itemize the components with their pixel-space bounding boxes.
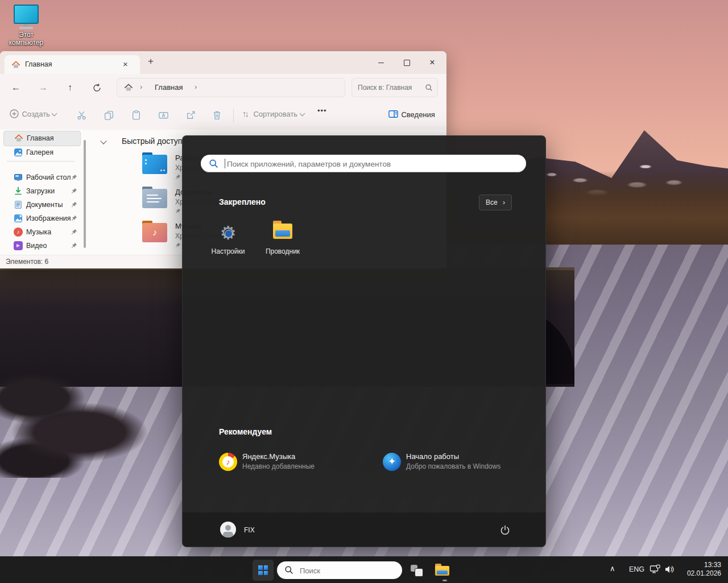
recommended-title: Начало работы — [406, 452, 459, 461]
chevron-down-icon — [52, 111, 57, 117]
sidebar-label: Видео — [26, 242, 47, 250]
delete-icon[interactable] — [212, 110, 222, 121]
search-icon — [284, 565, 293, 574]
user-name[interactable]: FIX — [244, 526, 255, 534]
breadcrumb-location[interactable]: Главная — [155, 83, 183, 92]
explorer-search-box[interactable] — [351, 78, 438, 97]
monitor-icon — [14, 5, 39, 24]
pin-icon — [71, 201, 77, 208]
start-search-box[interactable] — [201, 155, 526, 172]
start-button[interactable] — [253, 560, 274, 581]
close-button[interactable]: × — [423, 56, 442, 69]
pin-icon — [71, 215, 77, 221]
new-tab-button[interactable]: + — [148, 56, 154, 67]
file-explorer-icon — [273, 224, 292, 243]
explorer-command-bar: Создать ↑↓ Сорт — [0, 101, 446, 130]
get-started-icon: ✦ — [383, 453, 401, 471]
forward-icon[interactable]: → — [36, 81, 50, 94]
clock[interactable]: 13:33 02.01.2026 — [678, 561, 721, 578]
home-icon — [124, 83, 133, 92]
sidebar-item-desktop[interactable]: Рабочий стол — [3, 171, 80, 185]
pinned-app-settings[interactable]: ⚙ Настройки — [201, 220, 255, 267]
breadcrumb-chevron: › — [140, 82, 142, 91]
power-icon[interactable] — [500, 525, 510, 535]
volume-icon[interactable] — [664, 564, 676, 574]
cut-icon[interactable] — [76, 110, 87, 121]
breadcrumb-chevron-tail: › — [195, 82, 197, 91]
recommended-item-yandex-music[interactable]: ♪ Яндекс.Музыка Недавно добавленные — [210, 449, 369, 478]
chevron-down-icon — [299, 111, 305, 117]
details-toggle[interactable]: Сведения — [388, 109, 435, 119]
start-search-input[interactable] — [226, 157, 518, 171]
network-icon[interactable] — [650, 564, 661, 574]
desktop-icon — [14, 173, 23, 182]
sidebar-scrollbar[interactable] — [84, 140, 86, 248]
taskbar-search-box[interactable] — [277, 561, 402, 579]
monitor-base — [19, 27, 33, 29]
plus-circle-icon — [9, 109, 19, 119]
recommended-subtitle: Добро пожаловать в Windows — [406, 462, 500, 470]
sidebar-item-downloads[interactable]: Загрузки — [3, 184, 80, 199]
share-icon[interactable] — [185, 110, 196, 121]
up-icon[interactable]: ↑ — [63, 81, 77, 94]
create-button[interactable]: Создать — [9, 109, 56, 119]
copy-icon[interactable] — [104, 110, 114, 121]
explorer-tab-home[interactable]: Главная × — [5, 55, 140, 74]
recommended-item-get-started[interactable]: ✦ Начало работы Добро пожаловать в Windo… — [374, 449, 533, 478]
language-indicator[interactable]: ENG — [629, 565, 644, 573]
taskbar-file-explorer-button[interactable] — [432, 561, 452, 580]
quick-access-header[interactable]: Быстрый доступ — [101, 137, 106, 147]
paste-icon[interactable] — [131, 110, 142, 121]
search-icon — [209, 159, 218, 168]
recommended-title: Яндекс.Музыка — [242, 452, 295, 461]
user-avatar[interactable] — [220, 522, 236, 537]
item-count: Элементов: 6 — [6, 258, 48, 266]
sidebar-label: Рабочий стол — [26, 173, 71, 181]
sidebar-label: Галерея — [26, 148, 53, 156]
sort-button[interactable]: ↑↓ Сортировать — [242, 109, 304, 119]
tray-time: 13:33 — [678, 561, 721, 569]
file-explorer-icon — [435, 566, 449, 576]
pinned-app-explorer[interactable]: Проводник — [255, 220, 310, 267]
back-icon[interactable]: ← — [9, 81, 23, 94]
sidebar-label: Загрузки — [26, 187, 55, 195]
taskbar-search-input[interactable] — [299, 564, 392, 577]
refresh-icon[interactable] — [92, 83, 102, 93]
sidebar-item-home[interactable]: Главная — [3, 131, 81, 146]
explorer-running-indicator — [442, 580, 447, 581]
rename-icon[interactable] — [158, 110, 169, 121]
text-caret — [225, 159, 225, 168]
sort-label: Сортировать — [253, 110, 297, 118]
task-view-button[interactable] — [407, 561, 427, 580]
explorer-navigation-bar: ← → ↑ › Главная › — [0, 74, 446, 102]
pin-icon — [71, 188, 77, 194]
folder-icon-desktop — [142, 155, 167, 174]
sidebar-label: Музыка — [26, 228, 51, 236]
minimize-button[interactable] — [371, 56, 391, 69]
system-tray: ∧ ENG 13:33 02.01.2026 — [603, 556, 728, 583]
create-label: Создать — [22, 110, 49, 118]
sidebar-item-pictures[interactable]: Изображения — [3, 212, 80, 226]
sidebar-item-documents[interactable]: Документы — [3, 198, 80, 212]
search-icon — [425, 84, 433, 92]
all-apps-button[interactable]: Все › — [479, 195, 512, 210]
sidebar-item-gallery[interactable]: Галерея — [3, 146, 80, 160]
folder-icon-documents — [142, 189, 167, 208]
yandex-music-icon: ♪ — [219, 453, 237, 471]
sidebar-item-music[interactable]: ♪ Музыка — [3, 225, 80, 239]
start-menu-user-bar: FIX — [183, 512, 545, 547]
sort-arrows-icon: ↑↓ — [242, 109, 247, 118]
explorer-search-input[interactable] — [357, 81, 423, 94]
all-apps-label: Все — [486, 199, 498, 206]
tab-close-icon[interactable]: × — [123, 59, 128, 69]
address-bar[interactable]: › Главная › — [117, 78, 345, 97]
desktop-icon-this-pc[interactable]: Этоткомпьютер — [3, 5, 49, 47]
more-options-button[interactable]: ••• — [317, 106, 327, 115]
pinned-app-label: Настройки — [201, 247, 255, 255]
windows-logo-icon — [258, 565, 268, 575]
maximize-button[interactable] — [397, 56, 416, 69]
sidebar-label: Изображения — [26, 214, 71, 222]
tray-chevron-up-icon[interactable]: ∧ — [610, 564, 615, 573]
sidebar-item-videos[interactable]: ▶ Видео — [3, 239, 80, 253]
chevron-right-icon: › — [503, 199, 505, 206]
